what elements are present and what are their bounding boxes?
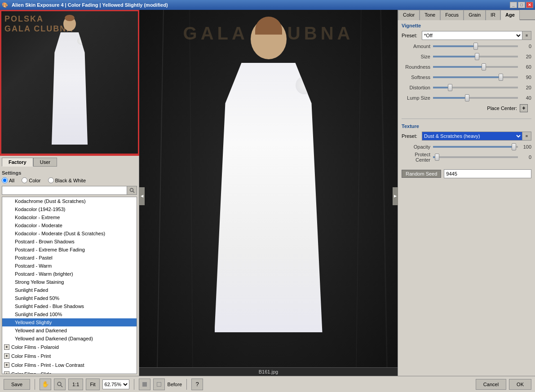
view-icon: [142, 382, 147, 387]
view-split-button[interactable]: [153, 379, 165, 390]
main-image-area: GALA CLUBNA: [139, 10, 398, 367]
save-button[interactable]: Save: [4, 379, 30, 390]
preset-item[interactable]: Yellowed and Darkened: [2, 326, 137, 335]
vignette-title: Vignette: [402, 23, 531, 28]
split-icon: [157, 382, 161, 387]
vignette-lumpsize-slider[interactable]: [433, 97, 518, 99]
search-input[interactable]: [2, 186, 127, 195]
radio-bw[interactable]: Black & White: [48, 177, 86, 183]
preset-group[interactable]: +Color Films - Slide: [2, 370, 137, 374]
texture-menu-button[interactable]: ≡: [522, 132, 531, 141]
bottom-toolbar: Save ✋ 1:1 Fit 62.75% Before ?: [0, 376, 535, 392]
vignette-softness-slider[interactable]: [433, 76, 518, 78]
preset-item[interactable]: Kodacolor - Moderate: [2, 221, 137, 229]
ok-button[interactable]: OK: [509, 379, 531, 390]
vignette-distortion-slider[interactable]: [433, 87, 518, 88]
texture-protect-value: 0: [518, 154, 531, 160]
preset-item[interactable]: Strong Yellow Staining: [2, 278, 137, 286]
preset-item[interactable]: Postcard - Warm (brighter): [2, 270, 137, 278]
toolbar-separator-1: [35, 379, 35, 390]
vignette-size-value: 20: [518, 54, 531, 59]
place-center-row: Place Center: +: [402, 104, 531, 112]
vignette-roundness-label: Roundness: [402, 64, 433, 70]
vignette-preset-dropdown[interactable]: *Off: [422, 31, 522, 40]
info-button[interactable]: ?: [191, 379, 203, 390]
preset-group[interactable]: +Color Films - Print: [2, 352, 137, 361]
preset-item[interactable]: Postcard - Pastel: [2, 254, 137, 262]
place-center-button[interactable]: +: [520, 104, 528, 112]
tab-grain[interactable]: Grain: [464, 10, 486, 20]
preset-item[interactable]: Sunlight Faded - Blue Shadows: [2, 302, 137, 310]
preset-item[interactable]: Postcard - Warm: [2, 262, 137, 270]
radio-color[interactable]: Color: [22, 177, 40, 183]
preset-item[interactable]: Kodacolor - Extreme: [2, 213, 137, 221]
radio-all[interactable]: All: [2, 177, 14, 183]
preset-item[interactable]: Sunlight Faded 50%: [2, 294, 137, 302]
tab-color[interactable]: Color: [398, 10, 420, 20]
vignette-amount-value: 0: [518, 44, 531, 49]
preset-item[interactable]: Yellowed and Darkened (Damaged): [2, 335, 137, 343]
vignette-roundness-value: 60: [518, 64, 531, 70]
search-icon: [129, 188, 135, 193]
minimize-button[interactable]: _: [510, 2, 517, 8]
vignette-lumpsize-value: 40: [518, 95, 531, 101]
texture-title: Texture: [402, 123, 531, 129]
vignette-lumpsize-row: Lump Size 40: [402, 93, 531, 102]
preset-item[interactable]: Sunlight Faded 100%: [2, 310, 137, 318]
preset-group[interactable]: +Color Films - Polaroid: [2, 343, 137, 352]
image-filename: B161.jpg: [139, 367, 398, 376]
vignette-menu-button[interactable]: ≡: [522, 31, 531, 40]
preset-item[interactable]: Kodachrome (Dust & Scratches): [2, 197, 137, 205]
preset-item[interactable]: Postcard - Brown Shadows: [2, 238, 137, 246]
preset-item[interactable]: Postcard - Extreme Blue Fading: [2, 246, 137, 254]
texture-opacity-value: 100: [518, 144, 531, 150]
window-title: Alien Skin Exposure 4 | Color Fading | Y…: [10, 2, 510, 8]
tab-factory[interactable]: Factory: [2, 158, 33, 167]
expand-icon: +: [4, 344, 9, 350]
collapse-right-arrow[interactable]: ▶: [393, 187, 398, 205]
random-seed-input[interactable]: [444, 169, 531, 178]
zoom-fit-button[interactable]: Fit: [86, 379, 99, 390]
search-button[interactable]: [127, 186, 137, 195]
preset-item[interactable]: Kodacolor - Moderate (Dust & Scratches): [2, 229, 137, 238]
preset-item[interactable]: Yellowed Slightly: [2, 318, 137, 326]
collapse-left-arrow[interactable]: ◀: [139, 187, 145, 205]
texture-preset-label: Preset:: [402, 133, 422, 139]
app-icon: 🎨: [2, 2, 8, 8]
preset-group[interactable]: +Color Films - Print - Low Contrast: [2, 361, 137, 370]
vignette-roundness-slider[interactable]: [433, 66, 518, 68]
zoom-tool-button[interactable]: [54, 379, 66, 390]
texture-opacity-slider[interactable]: [433, 146, 518, 148]
texture-protect-row: Protect Center 0: [402, 153, 531, 162]
preset-group-label: Color Films - Polaroid: [11, 344, 59, 351]
tab-ir[interactable]: IR: [486, 10, 500, 20]
view-toggle-button[interactable]: [139, 379, 150, 390]
preset-item[interactable]: Sunlight Faded: [2, 286, 137, 294]
vignette-amount-slider[interactable]: [433, 45, 518, 47]
tab-tone[interactable]: Tone: [420, 10, 440, 20]
cancel-button[interactable]: Cancel: [476, 379, 506, 390]
texture-protect-slider[interactable]: [433, 156, 518, 158]
vignette-distortion-row: Distortion 20: [402, 83, 531, 92]
texture-preset-dropdown[interactable]: Dust & Scratches (heavy): [422, 132, 522, 141]
vignette-distortion-value: 20: [518, 85, 531, 90]
tab-focus[interactable]: Focus: [440, 10, 464, 20]
zoom-100-button[interactable]: 1:1: [68, 379, 83, 390]
vignette-section: Vignette Preset: *Off ≡ Amount 0: [402, 23, 531, 114]
hand-tool-button[interactable]: ✋: [40, 379, 51, 390]
tab-user[interactable]: User: [33, 158, 57, 167]
filter-radio-group: All Color Black & White: [2, 177, 137, 183]
preset-item[interactable]: Kodacolor (1942-1953): [2, 205, 137, 213]
close-button[interactable]: ✕: [526, 2, 533, 8]
section-divider: [402, 119, 531, 119]
preset-list[interactable]: Kodachrome (Dust & Scratches)Kodacolor (…: [2, 197, 137, 374]
maximize-button[interactable]: □: [518, 2, 525, 8]
search-row: [2, 186, 137, 195]
titlebar: 🎨 Alien Skin Exposure 4 | Color Fading |…: [0, 0, 535, 10]
zoom-select[interactable]: 62.75%: [102, 379, 129, 389]
info-icon: ?: [195, 381, 199, 388]
vignette-distortion-label: Distortion: [402, 85, 433, 90]
vignette-size-slider[interactable]: [433, 56, 518, 57]
vignette-softness-row: Softness 90: [402, 73, 531, 82]
tab-age[interactable]: Age: [500, 10, 520, 20]
